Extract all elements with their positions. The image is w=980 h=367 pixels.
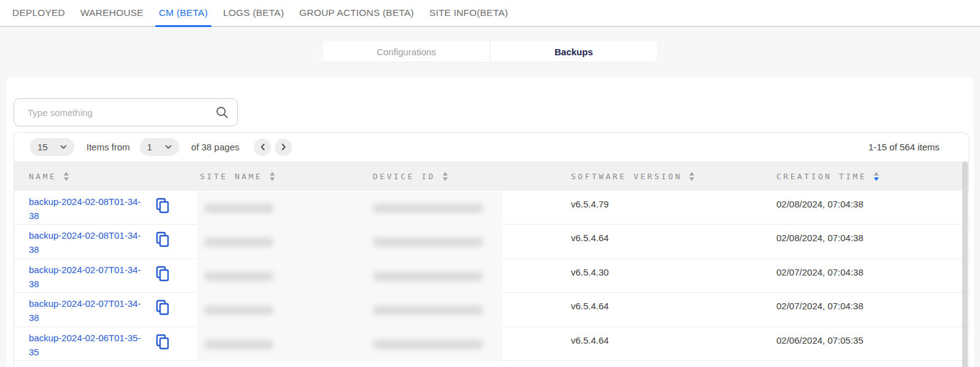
tab-logs-beta[interactable]: LOGS (BETA) <box>223 0 284 26</box>
items-from-label: Items from <box>86 142 130 152</box>
creation-time-cell: 02/06/2024, 07:05:35 <box>762 327 968 360</box>
creation-time-cell: 02/07/2024, 07:04:38 <box>762 293 968 326</box>
items-range-label: 1-15 of 564 items <box>868 142 940 152</box>
software-version-cell: v6.5.4.30 <box>556 259 762 292</box>
column-header-name[interactable]: NAME <box>14 161 185 191</box>
redacted-blur-region <box>197 191 502 361</box>
creation-time-cell: 02/07/2024, 07:04:38 <box>762 259 968 292</box>
table-body: backup-2024-02-08T01-34-38 v6.5.4.79 02/… <box>14 191 968 361</box>
backup-name-link[interactable]: backup-2024-02-08T01-34-38 <box>29 228 145 257</box>
configurations-button[interactable]: Configurations <box>323 41 489 62</box>
sort-icon[interactable] <box>443 172 448 181</box>
chevron-down-icon <box>60 145 67 149</box>
creation-time-cell: 02/08/2024, 07:04:38 <box>762 191 968 224</box>
top-tab-bar: DEPLOYED WAREHOUSE CM (BETA) LOGS (BETA)… <box>0 0 980 27</box>
sort-icon-active-desc[interactable] <box>874 172 879 181</box>
blurred-device-id <box>373 272 483 281</box>
tab-group-actions-beta[interactable]: GROUP ACTIONS (BETA) <box>299 0 414 26</box>
sort-icon[interactable] <box>689 172 694 181</box>
previous-page-button[interactable] <box>254 139 271 156</box>
backups-panel: 15 Items from 1 of 38 pages 1-15 of 564 … <box>6 77 974 367</box>
table-scrollbar[interactable] <box>962 161 968 367</box>
pages-count-label: of 38 pages <box>191 142 239 152</box>
column-header-site-name[interactable]: SITE NAME <box>185 161 358 191</box>
blurred-site-name <box>204 238 274 247</box>
tab-site-info-beta[interactable]: SITE INFO(BETA) <box>429 0 508 26</box>
page-select[interactable]: 1 <box>140 138 179 156</box>
blurred-site-name <box>204 340 274 349</box>
copy-icon[interactable] <box>155 197 170 214</box>
search-box <box>13 98 238 126</box>
chevron-left-icon <box>260 143 266 151</box>
tab-cm-beta[interactable]: CM (BETA) <box>159 0 208 26</box>
blurred-site-name <box>204 272 274 281</box>
tab-deployed[interactable]: DEPLOYED <box>12 0 65 26</box>
copy-icon[interactable] <box>155 333 170 350</box>
copy-icon[interactable] <box>155 299 170 316</box>
software-version-cell: v6.5.4.64 <box>556 225 762 258</box>
table-header: NAME SITE NAME DEVICE ID SOFTWARE VERSIO… <box>14 161 968 191</box>
copy-icon[interactable] <box>155 231 170 248</box>
sort-icon[interactable] <box>270 172 275 181</box>
copy-icon[interactable] <box>155 265 170 282</box>
tab-warehouse[interactable]: WAREHOUSE <box>80 0 144 26</box>
chevron-right-icon <box>281 143 286 151</box>
backups-button[interactable]: Backups <box>491 41 657 62</box>
backup-name-link[interactable]: backup-2024-02-08T01-34-38 <box>29 195 145 223</box>
column-header-software-version[interactable]: SOFTWARE VERSION <box>556 161 762 191</box>
blurred-device-id <box>373 306 483 315</box>
software-version-cell: v6.5.4.64 <box>556 327 762 360</box>
backup-name-link[interactable]: backup-2024-02-07T01-34-38 <box>29 296 145 325</box>
backup-name-link[interactable]: backup-2024-02-07T01-34-38 <box>29 263 145 291</box>
view-switch: Configurations Backups <box>323 41 657 62</box>
page-size-value: 15 <box>37 142 48 152</box>
column-header-device-id[interactable]: DEVICE ID <box>358 161 556 191</box>
pagination-toolbar: 15 Items from 1 of 38 pages 1-15 of 564 … <box>14 133 968 161</box>
software-version-cell: v6.5.4.79 <box>556 191 762 224</box>
next-page-button[interactable] <box>275 139 292 156</box>
blurred-device-id <box>373 238 483 247</box>
page-value: 1 <box>147 142 152 152</box>
backup-name-link[interactable]: backup-2024-02-06T01-35-35 <box>29 331 145 359</box>
chevron-down-icon <box>165 145 172 149</box>
page-size-select[interactable]: 15 <box>30 138 74 156</box>
tab-strip: DEPLOYED WAREHOUSE CM (BETA) LOGS (BETA)… <box>0 0 980 26</box>
search-input[interactable] <box>17 107 215 118</box>
blurred-device-id <box>373 340 483 349</box>
creation-time-cell: 02/08/2024, 07:04:38 <box>762 225 968 258</box>
backups-table-card: 15 Items from 1 of 38 pages 1-15 of 564 … <box>13 132 969 367</box>
software-version-cell: v6.5.4.64 <box>556 293 762 326</box>
sort-icon[interactable] <box>64 172 69 181</box>
search-icon[interactable] <box>215 106 229 119</box>
blurred-device-id <box>373 204 483 213</box>
column-header-creation-time[interactable]: CREATION TIME <box>762 161 968 191</box>
blurred-site-name <box>204 306 274 315</box>
blurred-site-name <box>204 204 274 213</box>
